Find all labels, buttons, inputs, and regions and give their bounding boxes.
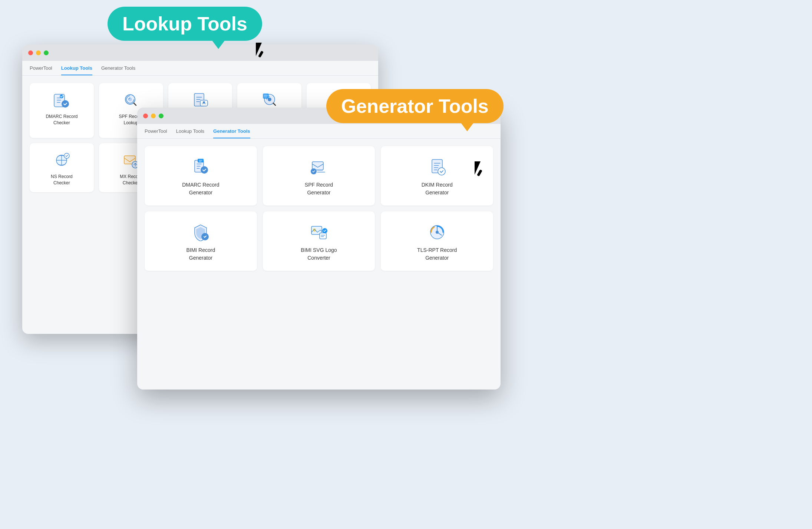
svg-rect-25 xyxy=(198,159,204,162)
dmarc-gen-label: DMARC RecordGenerator xyxy=(182,181,219,197)
dot-red-back[interactable] xyxy=(28,50,33,55)
card-dmarc-gen[interactable]: DMARC RecordGenerator xyxy=(145,146,257,206)
svg-point-36 xyxy=(436,231,439,234)
callout-lookup: Lookup Tools xyxy=(108,7,262,41)
cursor-shape-lookup xyxy=(256,43,266,57)
dot-yellow-front[interactable] xyxy=(151,114,156,118)
lookup-callout-text: Lookup Tools xyxy=(122,13,247,34)
generator-content: DMARC RecordGenerator SPF RecordGenerato… xyxy=(137,139,501,278)
bimi-gen-icon xyxy=(191,223,210,242)
card-tls-rpt[interactable]: TLS-RPT RecordGenerator xyxy=(381,211,493,271)
dkim-lookup-icon xyxy=(191,91,210,110)
spf-gen-label: SPF RecordGenerator xyxy=(305,181,333,197)
dot-green-front[interactable] xyxy=(159,114,164,118)
svg-point-24 xyxy=(201,166,208,174)
bimi-gen-label: BIMI RecordGenerator xyxy=(186,246,215,262)
dmarc-gen-icon xyxy=(191,157,210,177)
dmarc-checker-icon xyxy=(52,91,71,110)
card-bimi-gen[interactable]: BIMI RecordGenerator xyxy=(145,211,257,271)
tls-rpt-label: TLS-RPT RecordGenerator xyxy=(417,246,457,262)
card-dkim-gen[interactable]: DKIM RecordGenerator xyxy=(381,146,493,206)
tls-rpt-icon xyxy=(428,223,447,242)
ns-checker-label: NS RecordChecker xyxy=(51,174,73,186)
tabs-back: PowerTool Lookup Tools Generator Tools xyxy=(22,61,378,76)
svg-point-29 xyxy=(438,168,445,175)
spf-lookup-icon xyxy=(121,91,141,110)
dot-red-front[interactable] xyxy=(143,114,148,118)
card-dmarc-checker[interactable]: DMARC RecordChecker xyxy=(30,83,94,138)
ns-checker-icon xyxy=(52,151,71,170)
tab-generator-front[interactable]: Generator Tools xyxy=(213,128,250,138)
generator-callout-text: Generator Tools xyxy=(341,95,489,117)
card-bimi-svg[interactable]: BIMI SVG LogoConverter xyxy=(263,211,375,271)
lookup-callout-bubble: Lookup Tools xyxy=(108,7,262,41)
tab-lookup-front[interactable]: Lookup Tools xyxy=(176,128,204,138)
tabs-front: PowerTool Lookup Tools Generator Tools xyxy=(137,124,501,139)
dmarc-checker-label: DMARC RecordChecker xyxy=(46,114,77,126)
card-ns-checker[interactable]: NS RecordChecker xyxy=(30,143,94,192)
bimi-svg-icon xyxy=(309,223,329,242)
bimi-lookup-icon xyxy=(260,91,279,110)
svg-point-2 xyxy=(62,100,69,108)
tab-powertool-back[interactable]: PowerTool xyxy=(30,65,52,75)
callout-generator: Generator Tools xyxy=(326,89,504,123)
dot-yellow-back[interactable] xyxy=(36,50,41,55)
svg-rect-33 xyxy=(320,233,326,239)
browser-window-front: PowerTool Lookup Tools Generator Tools D… xyxy=(137,108,501,390)
tab-lookup-back[interactable]: Lookup Tools xyxy=(61,65,92,75)
dot-green-back[interactable] xyxy=(44,50,49,55)
cursor-shape-generator xyxy=(475,161,485,175)
tab-powertool-front[interactable]: PowerTool xyxy=(145,128,167,138)
generator-callout-bubble: Generator Tools xyxy=(326,89,504,123)
dkim-gen-icon xyxy=(428,157,447,177)
titlebar-back xyxy=(22,45,378,61)
spf-gen-icon xyxy=(309,157,329,177)
svg-rect-12 xyxy=(263,93,269,99)
bimi-svg-label: BIMI SVG LogoConverter xyxy=(301,246,337,262)
dkim-gen-label: DKIM RecordGenerator xyxy=(422,181,453,197)
card-spf-gen[interactable]: SPF RecordGenerator xyxy=(263,146,375,206)
tab-generator-back[interactable]: Generator Tools xyxy=(101,65,135,75)
